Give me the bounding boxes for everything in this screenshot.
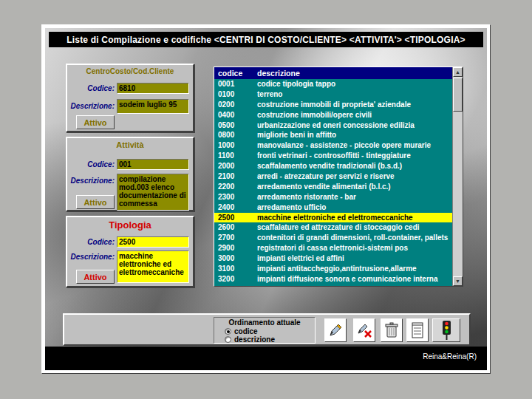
table-row[interactable]: 2300arredamento ristorante - bar <box>214 192 452 202</box>
tipologia-attivo-button[interactable]: Attivo <box>76 270 115 284</box>
descrizione-label: Descrizione: <box>70 177 115 185</box>
window-title: Liste di Compilazione e codifiche <CENTR… <box>66 35 466 45</box>
table-row[interactable]: 2900registratori di cassa elettronici-si… <box>214 243 452 253</box>
footer-toolbar: Ordinamento attuale codice descrizione <box>63 313 471 346</box>
row-codice: 2900 <box>218 244 234 252</box>
radio-descrizione-circle[interactable] <box>225 336 231 343</box>
edit-button[interactable] <box>324 318 347 342</box>
table-header: codice descrizione <box>214 67 452 79</box>
row-codice: 0100 <box>218 90 234 98</box>
row-codice: 3200 <box>218 275 234 283</box>
window-titlebar: Liste di Compilazione e codifiche <CENTR… <box>49 32 483 47</box>
table-row[interactable]: 1000manovalanze - assistenze - piccole o… <box>214 140 452 151</box>
table-row[interactable]: 2000scaffalamento vendite tradizionali (… <box>214 161 452 171</box>
radio-descrizione-label: descrizione <box>234 335 275 344</box>
descrizione-label: Descrizione: <box>70 102 115 110</box>
row-codice: 2100 <box>218 172 234 180</box>
header-codice: codice <box>218 69 242 78</box>
ordering-title: Ordinamento attuale <box>214 318 315 327</box>
row-codice: 2700 <box>218 233 234 242</box>
row-descrizione: urbanizzazione ed oneri concessione edil… <box>257 121 415 129</box>
panel-tipologia: Tipologia Codice: 2500 Descrizione: macc… <box>66 216 194 287</box>
row-descrizione: codice tipologia tappo <box>257 80 335 88</box>
table-row[interactable]: 0400costruzione immobili/opere civili <box>214 110 452 120</box>
scrollbar-thumb[interactable] <box>453 78 463 112</box>
traffic-light-icon <box>438 320 454 341</box>
row-descrizione: scaffalature ed attrezzature di stoccagg… <box>257 223 420 231</box>
row-descrizione: migliorie beni in affitto <box>257 131 336 139</box>
radio-descrizione[interactable]: descrizione <box>225 335 275 344</box>
attivita-codice-field[interactable]: 001 <box>117 159 189 170</box>
ordering-box: Ordinamento attuale codice descrizione <box>214 317 316 344</box>
row-descrizione: costruzione immobili di proprieta' azien… <box>257 100 411 109</box>
row-codice: 0800 <box>218 131 234 139</box>
row-descrizione: impianti elettrici ed affini <box>257 254 344 262</box>
table-row[interactable]: 0100terreno <box>214 89 452 100</box>
notes-icon <box>410 321 425 339</box>
codice-label: Codice: <box>70 84 115 92</box>
row-descrizione: scaffalamento vendite tradizionali (b.s.… <box>257 162 402 170</box>
row-codice: 1100 <box>218 151 234 160</box>
row-descrizione: macchine elettroniche ed elettromeccanic… <box>257 214 413 222</box>
table-row[interactable]: 2600scaffalature ed attrezzature di stoc… <box>214 222 452 233</box>
delete-button[interactable] <box>381 318 403 342</box>
table-row[interactable]: 0001codice tipologia tappo <box>214 79 452 89</box>
table-row[interactable]: 2500macchine elettroniche ed elettromecc… <box>214 213 452 223</box>
credit-text: Reina&Reina(R) <box>423 352 477 361</box>
list-button[interactable] <box>406 318 429 342</box>
row-descrizione: terreno <box>257 90 282 98</box>
row-codice: 2200 <box>218 183 234 191</box>
centrocosto-attivo-button[interactable]: Attivo <box>76 115 115 129</box>
status-button[interactable] <box>432 318 460 342</box>
centrocosto-descrizione-field[interactable]: sodeim luglio 95 <box>117 99 189 114</box>
table-row[interactable]: 0200costruzione immobili di proprieta' a… <box>214 100 452 110</box>
table-row[interactable]: 1100fronti vetrinari - controsoffitti - … <box>214 151 452 161</box>
panel-centrocosto-title: CentroCosto/Cod.Cliente <box>67 65 193 75</box>
row-descrizione: impianti antitaccheggio,antintrusione,al… <box>257 265 417 273</box>
row-descrizione: manovalanze - assistenze - piccole opere… <box>257 141 431 149</box>
table-row[interactable]: 0800migliorie beni in affitto <box>214 130 452 140</box>
row-codice: 0001 <box>218 80 234 88</box>
panel-tipologia-title: Tipologia <box>67 217 193 231</box>
scroll-up-icon[interactable]: ▲ <box>453 67 463 77</box>
row-codice: 2500 <box>218 214 234 222</box>
table-row[interactable]: 2200arredamento vendite alimentari (b.l.… <box>214 182 452 192</box>
table-body: 0001codice tipologia tappo0100terreno020… <box>214 79 452 286</box>
row-codice: 0400 <box>218 111 234 119</box>
codice-label: Codice: <box>70 160 115 168</box>
centrocosto-codice-field[interactable]: 6810 <box>117 83 189 94</box>
row-descrizione: arredamento vendite alimentari (b.l.c.) <box>257 183 391 191</box>
row-codice: 0500 <box>218 121 234 129</box>
table-row[interactable]: 3000impianti elettrici ed affini <box>214 253 452 264</box>
codice-label: Codice: <box>70 238 115 246</box>
vertical-scrollbar[interactable]: ▲ ▼ <box>452 67 463 286</box>
header-descrizione: descrizione <box>257 69 300 78</box>
scroll-down-icon[interactable]: ▼ <box>453 276 463 286</box>
radio-codice-circle[interactable] <box>225 328 231 335</box>
row-codice: 2600 <box>218 223 234 231</box>
cancel-edit-button[interactable] <box>353 318 375 342</box>
table-row[interactable]: 2100arredi - atrezzature per servizi e r… <box>214 171 452 182</box>
table-row[interactable]: 2700contenitori di grandi dimensioni, ro… <box>214 233 452 243</box>
row-descrizione: contenitori di grandi dimensioni, roll-c… <box>257 233 448 242</box>
table-row[interactable]: 3100impianti antitaccheggio,antintrusion… <box>214 264 452 274</box>
codifiche-table: codice descrizione 0001codice tipologia … <box>214 66 463 287</box>
table-row[interactable]: 0500urbanizzazione ed oneri concessione … <box>214 120 452 131</box>
row-codice: 2000 <box>218 162 234 170</box>
radio-codice[interactable]: codice <box>225 327 258 335</box>
bottom-bar: Reina&Reina(R) <box>45 347 487 370</box>
row-descrizione: arredamento ristorante - bar <box>257 193 356 201</box>
tipologia-descrizione-field[interactable]: macchine elettroniche ed elettromeccanic… <box>117 250 189 283</box>
row-descrizione: registratori di cassa elettronici-sistem… <box>257 244 408 252</box>
row-descrizione: fronti vetrinari - controsoffitti - tint… <box>257 151 411 160</box>
row-codice: 2400 <box>218 203 234 211</box>
tipologia-codice-field[interactable]: 2500 <box>117 236 189 248</box>
row-descrizione: impianti diffusione sonora e comunicazio… <box>257 275 437 283</box>
table-row[interactable]: 2400arredamento ufficio <box>214 202 452 213</box>
pen-delete-icon <box>356 322 372 338</box>
row-descrizione: arredamento ufficio <box>257 203 326 211</box>
attivita-attivo-button[interactable]: Attivo <box>76 195 115 209</box>
table-row[interactable]: 3200impianti diffusione sonora e comunic… <box>214 274 452 284</box>
attivita-descrizione-field[interactable]: compilazione mod.003 elenco documentazio… <box>117 174 189 211</box>
row-codice: 0200 <box>218 100 234 109</box>
